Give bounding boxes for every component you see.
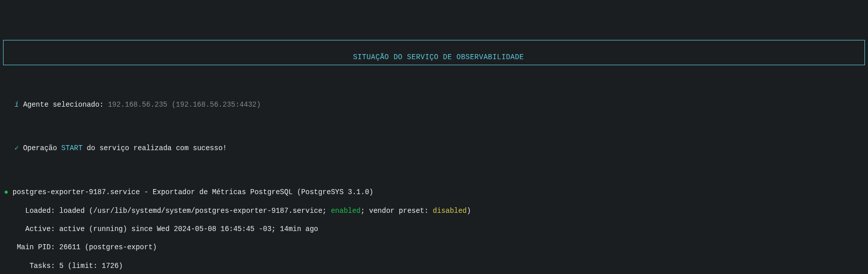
header-title: SITUAÇÃO DO SERVIÇO DE OBSERVABILIDADE: [353, 53, 524, 61]
agent-ip: 192.168.56.235: [108, 101, 168, 109]
agent-label: Agente selecionado:: [23, 101, 108, 109]
agent-line: i Agente selecionado: 192.168.56.235 (19…: [6, 91, 865, 109]
check-icon: ✓: [15, 144, 19, 152]
result-line: ✓ Operação START do serviço realizada co…: [6, 134, 865, 153]
tasks-label: Tasks:: [4, 262, 59, 270]
service-status: ● postgres-exporter-9187.service - Expor…: [4, 178, 865, 274]
active-val: active (running): [59, 225, 127, 233]
header-banner: SITUAÇÃO DO SERVIÇO DE OBSERVABILIDADE: [3, 40, 865, 65]
loaded-mid: ; vendor preset:: [361, 207, 433, 215]
active-label: Active:: [4, 225, 59, 233]
active-since: since Wed 2024-05-08 16:45:45 -03; 14min…: [127, 225, 318, 233]
service-desc: - Exportador de Métricas PostgreSQL (Pos…: [140, 188, 373, 196]
tasks-val: 5 (limit: 1726): [59, 262, 123, 270]
loaded-pre: loaded (/usr/lib/systemd/system/postgres…: [59, 207, 331, 215]
info-icon: i: [15, 101, 19, 109]
result-pre: Operação: [23, 144, 62, 152]
loaded-label: Loaded:: [4, 207, 59, 215]
disabled-word: disabled: [433, 207, 467, 215]
agent-endpoint: (192.168.56.235:4432): [172, 101, 261, 109]
enabled-word: enabled: [331, 207, 361, 215]
loaded-post: ): [467, 207, 471, 215]
pid-label: Main PID:: [4, 243, 59, 251]
pid-val: 26611 (postgres-export): [59, 243, 157, 251]
result-op: START: [61, 144, 82, 152]
result-post: do serviço realizada com sucesso!: [82, 144, 227, 152]
service-name: postgres-exporter-9187.service: [13, 188, 140, 196]
